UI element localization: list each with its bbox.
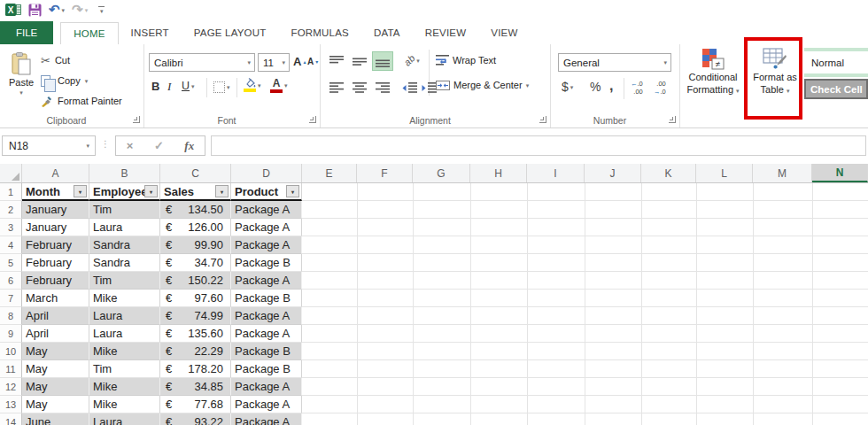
- clipboard-dialog-launcher[interactable]: [133, 116, 140, 123]
- cell-employee[interactable]: Mike: [89, 396, 160, 413]
- cell-sales[interactable]: €134.50: [160, 201, 231, 219]
- empty-cells[interactable]: [302, 272, 868, 290]
- cancel-icon[interactable]: ×: [127, 139, 134, 152]
- row-number[interactable]: 6: [0, 272, 22, 290]
- copy-button[interactable]: Copy ▾: [41, 72, 88, 89]
- empty-cells[interactable]: [302, 325, 868, 343]
- row-number[interactable]: 12: [0, 378, 22, 396]
- cell-sales[interactable]: €178.20: [160, 360, 231, 378]
- top-align-button[interactable]: [326, 51, 347, 71]
- row-number[interactable]: 1: [0, 183, 22, 201]
- fill-color-dropdown-icon[interactable]: ▾: [258, 82, 261, 89]
- cell-sales[interactable]: €135.60: [160, 325, 231, 343]
- header-cell-sales[interactable]: Sales▾: [160, 183, 231, 201]
- increase-decimal-button[interactable]: ←.0.00: [631, 80, 643, 96]
- tab-home[interactable]: HOME: [60, 22, 118, 45]
- cell-sales[interactable]: €150.22: [160, 272, 231, 290]
- row-number[interactable]: 5: [0, 254, 22, 272]
- column-header-I[interactable]: I: [527, 164, 585, 182]
- name-box[interactable]: N18 ▾: [2, 135, 96, 156]
- customize-quick-access-toolbar-button[interactable]: ▾: [98, 6, 105, 14]
- merge-center-button[interactable]: Merge & Center ▾: [436, 80, 529, 90]
- month-filter-button[interactable]: ▾: [74, 185, 87, 197]
- column-header-A[interactable]: A: [22, 164, 89, 182]
- cell-month[interactable]: May: [22, 360, 89, 378]
- align-left-button[interactable]: [326, 78, 347, 97]
- style-normal[interactable]: Normal: [804, 53, 868, 72]
- cell-product[interactable]: Package B: [231, 343, 302, 360]
- tab-view[interactable]: VIEW: [478, 21, 530, 44]
- cell-product[interactable]: Package A: [231, 236, 302, 254]
- empty-cells[interactable]: [302, 413, 868, 425]
- cell-month[interactable]: February: [22, 236, 89, 254]
- cell-product[interactable]: Package A: [231, 396, 302, 413]
- cell-employee[interactable]: Laura: [89, 413, 160, 425]
- cell-sales[interactable]: €77.68: [160, 396, 231, 413]
- style-check-cell[interactable]: Check Cell: [804, 79, 868, 99]
- underline-button[interactable]: U ▾: [182, 80, 195, 92]
- redo-button[interactable]: ↷ ▾: [72, 4, 88, 16]
- insert-function-icon[interactable]: fx: [184, 139, 194, 153]
- select-all-corner[interactable]: [0, 164, 22, 182]
- empty-cells[interactable]: [302, 236, 868, 254]
- cell-product[interactable]: Package B: [231, 290, 302, 307]
- tab-review[interactable]: REVIEW: [413, 21, 479, 44]
- row-number[interactable]: 2: [0, 201, 22, 219]
- borders-dropdown-icon[interactable]: ▾: [227, 84, 230, 90]
- paste-button[interactable]: Paste ▾: [4, 49, 39, 116]
- name-box-dropdown-icon[interactable]: ▾: [81, 143, 95, 149]
- tab-file[interactable]: FILE: [0, 21, 53, 44]
- cell-product[interactable]: Package A: [231, 413, 302, 425]
- comma-style-button[interactable]: ,: [609, 78, 613, 94]
- cell-employee[interactable]: Laura: [89, 325, 160, 343]
- undo-dropdown-arrow-icon[interactable]: ▾: [62, 7, 66, 13]
- cell-sales[interactable]: €22.29: [160, 343, 231, 360]
- orientation-button[interactable]: ab ▾: [404, 55, 420, 66]
- font-name-dropdown-icon[interactable]: ▾: [244, 59, 254, 66]
- conditional-formatting-button[interactable]: ≠ Conditional Formatting ▾: [684, 48, 742, 97]
- undo-button[interactable]: ↶ ▾: [49, 4, 65, 16]
- column-header-M[interactable]: M: [753, 164, 812, 182]
- cell-month[interactable]: June: [22, 413, 89, 425]
- borders-button[interactable]: ▾: [213, 81, 230, 93]
- save-button[interactable]: [28, 4, 42, 17]
- accounting-dropdown-icon[interactable]: ▾: [570, 84, 574, 90]
- cell-month[interactable]: January: [22, 201, 89, 219]
- empty-cells[interactable]: [302, 343, 868, 360]
- product-filter-button[interactable]: ▾: [286, 185, 299, 197]
- column-header-G[interactable]: G: [413, 164, 470, 182]
- row-number[interactable]: 13: [0, 396, 22, 413]
- cell-product[interactable]: Package A: [231, 378, 302, 396]
- cell-month[interactable]: May: [22, 396, 89, 413]
- cell-sales[interactable]: €126.00: [160, 219, 231, 236]
- format-as-table-button[interactable]: Format as Table ▾: [749, 48, 801, 97]
- row-number[interactable]: 8: [0, 307, 22, 325]
- cell-product[interactable]: Package B: [231, 360, 302, 378]
- number-format-combo[interactable]: General ▾: [558, 53, 671, 72]
- grow-font-button[interactable]: A▴: [293, 55, 306, 68]
- align-right-button[interactable]: [372, 78, 393, 97]
- column-header-F[interactable]: F: [357, 164, 413, 182]
- cell-sales[interactable]: €34.70: [160, 254, 231, 272]
- header-cell-month[interactable]: Month▾: [22, 183, 89, 201]
- percent-style-button[interactable]: %: [590, 80, 601, 94]
- cell-sales[interactable]: €99.90: [160, 236, 231, 254]
- font-color-button[interactable]: A ▾: [270, 78, 288, 93]
- cell-employee[interactable]: Sandra: [89, 254, 160, 272]
- cell-employee[interactable]: Mike: [89, 290, 160, 307]
- cell-month[interactable]: February: [22, 254, 89, 272]
- cell-employee[interactable]: Mike: [89, 343, 160, 360]
- cell-month[interactable]: January: [22, 219, 89, 236]
- empty-cells[interactable]: [302, 219, 868, 236]
- decrease-indent-button[interactable]: [399, 78, 420, 97]
- row-number[interactable]: 3: [0, 219, 22, 236]
- cell-employee[interactable]: Mike: [89, 378, 160, 396]
- font-size-dropdown-icon[interactable]: ▾: [278, 59, 289, 66]
- column-header-D[interactable]: D: [231, 164, 302, 182]
- tab-data[interactable]: DATA: [361, 21, 413, 44]
- formula-input[interactable]: [211, 135, 866, 156]
- cell-sales[interactable]: €74.99: [160, 307, 231, 325]
- header-cell-employee[interactable]: Employee▾: [89, 183, 160, 201]
- column-header-H[interactable]: H: [470, 164, 527, 182]
- cell-employee[interactable]: Tim: [89, 201, 160, 219]
